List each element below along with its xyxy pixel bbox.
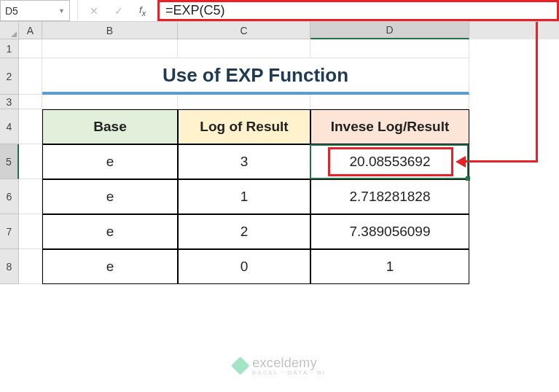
cell-d5[interactable]: 20.08553692 — [310, 144, 469, 179]
cell-b8[interactable]: e — [42, 249, 178, 284]
cell-d1[interactable] — [310, 39, 469, 58]
row-header-8[interactable]: 8 — [0, 249, 19, 284]
formula-bar-buttons: ✕ ✓ fx — [85, 0, 150, 21]
cell-a3[interactable] — [19, 95, 42, 109]
chevron-down-icon[interactable]: ▼ — [58, 7, 65, 15]
watermark: exceldemy EXCEL · DATA · BI — [233, 356, 326, 376]
cell-b6[interactable]: e — [42, 179, 178, 214]
cell-c6[interactable]: 1 — [178, 179, 310, 214]
cell-a6[interactable] — [19, 179, 42, 214]
cell-b3[interactable] — [42, 95, 178, 109]
cell-a7[interactable] — [19, 214, 42, 249]
name-box-value: D5 — [5, 5, 18, 17]
cell-d6[interactable]: 2.718281828 — [310, 179, 469, 214]
cell-c3[interactable] — [178, 95, 310, 109]
row-header-7[interactable]: 7 — [0, 214, 19, 249]
select-all-corner[interactable] — [0, 22, 19, 39]
annotation-arrow — [465, 160, 538, 162]
cell-c8[interactable]: 0 — [178, 249, 310, 284]
header-log[interactable]: Log of Result — [178, 109, 310, 144]
col-header-c[interactable]: C — [178, 22, 310, 39]
page-title[interactable]: Use of EXP Function — [42, 58, 469, 95]
cell-a2[interactable] — [19, 58, 42, 95]
cell-b7[interactable]: e — [42, 214, 178, 249]
name-box-input[interactable]: D5 ▼ — [0, 0, 70, 21]
separator — [77, 0, 78, 21]
spreadsheet-grid: A B C D 1 2 Use of EXP Function 3 — [0, 22, 559, 284]
cell-a4[interactable] — [19, 109, 42, 144]
row-header-1[interactable]: 1 — [0, 39, 19, 58]
cell-b5[interactable]: e — [42, 144, 178, 179]
watermark-tagline: EXCEL · DATA · BI — [252, 369, 326, 376]
cell-d3[interactable] — [310, 95, 469, 109]
cell-b1[interactable] — [42, 39, 178, 58]
cell-c7[interactable]: 2 — [178, 214, 310, 249]
cell-a8[interactable] — [19, 249, 42, 284]
column-header-row: A B C D — [0, 22, 559, 39]
row-header-6[interactable]: 6 — [0, 179, 19, 214]
watermark-name: exceldemy — [252, 356, 317, 370]
row-header-3[interactable]: 3 — [0, 95, 19, 109]
col-header-a[interactable]: A — [19, 22, 42, 39]
cell-a5[interactable] — [19, 144, 42, 179]
formula-input[interactable]: =EXP(C5) — [157, 0, 559, 21]
col-header-d[interactable]: D — [310, 22, 469, 39]
cell-d7[interactable]: 7.389056099 — [310, 214, 469, 249]
fx-icon[interactable]: fx — [139, 4, 146, 17]
formula-bar: D5 ▼ ✕ ✓ fx =EXP(C5) — [0, 0, 559, 22]
cell-c5[interactable]: 3 — [178, 144, 310, 179]
cell-d8[interactable]: 1 — [310, 249, 469, 284]
arrow-head-icon — [456, 156, 466, 168]
row-header-4[interactable]: 4 — [0, 109, 19, 144]
accept-icon[interactable]: ✓ — [114, 5, 123, 17]
header-inverse[interactable]: Invese Log/Result — [310, 109, 469, 144]
logo-icon — [230, 356, 249, 375]
annotation-arrow — [536, 22, 538, 162]
cell-a1[interactable] — [19, 39, 42, 58]
row-header-2[interactable]: 2 — [0, 58, 19, 95]
cell-c1[interactable] — [178, 39, 310, 58]
header-base[interactable]: Base — [42, 109, 178, 144]
row-header-5[interactable]: 5 — [0, 144, 19, 179]
col-header-b[interactable]: B — [42, 22, 178, 39]
formula-text: =EXP(C5) — [165, 3, 225, 18]
cancel-icon[interactable]: ✕ — [90, 5, 98, 17]
